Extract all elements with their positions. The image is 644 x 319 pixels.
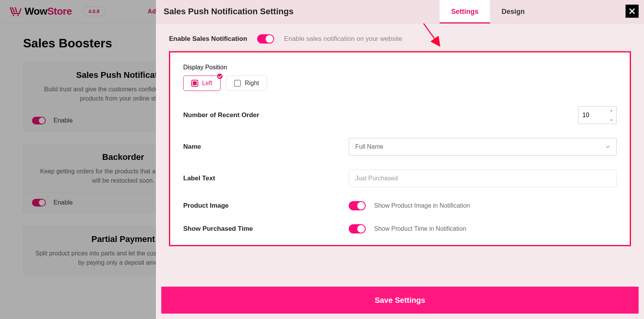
modal-header: Sales Push Notification Settings Setting…: [156, 0, 644, 24]
name-select[interactable]: Full Name: [349, 138, 617, 156]
product-image-label: Product Image: [183, 202, 349, 210]
save-settings-button[interactable]: Save Settings: [161, 287, 639, 314]
modal-title: Sales Push Notification Settings: [164, 7, 293, 17]
tab-design[interactable]: Design: [490, 0, 536, 23]
enable-row: Enable Sales Notification Enable sales n…: [169, 34, 631, 44]
product-image-toggle[interactable]: [349, 201, 366, 210]
display-position-label: Display Position: [183, 64, 617, 71]
recent-order-input-wrap: ▴ ▾: [578, 106, 617, 124]
close-icon: [628, 7, 636, 15]
position-right-option[interactable]: Right: [226, 76, 267, 91]
recent-order-label: Number of Recent Order: [183, 111, 349, 119]
enable-label: Enable Sales Notification: [169, 35, 247, 43]
radio-icon: [191, 80, 198, 87]
select-value: Full Name: [355, 143, 383, 150]
settings-modal: Sales Push Notification Settings Setting…: [156, 0, 644, 319]
enable-toggle[interactable]: [257, 34, 274, 44]
option-label: Left: [202, 80, 212, 87]
label-text-input[interactable]: [349, 170, 617, 187]
position-left-option[interactable]: Left: [183, 76, 221, 91]
stepper-up[interactable]: ▴: [609, 108, 614, 112]
enable-hint: Enable sales notification on your websit…: [284, 35, 402, 43]
tab-settings[interactable]: Settings: [440, 0, 490, 23]
option-label: Right: [245, 80, 259, 87]
product-image-hint: Show Product Image in Notification: [374, 202, 470, 209]
name-label: Name: [183, 143, 349, 151]
settings-form-highlight: Display Position Left Right Number of Re…: [169, 51, 631, 246]
check-icon: [217, 74, 222, 79]
recent-order-input[interactable]: [582, 112, 604, 119]
close-button[interactable]: [626, 5, 639, 18]
label-text-label: Label Text: [183, 175, 349, 182]
purchased-time-label: Show Purchased Time: [183, 225, 349, 233]
purchased-time-toggle[interactable]: [349, 224, 366, 233]
radio-icon: [234, 80, 241, 87]
chevron-down-icon: [605, 144, 611, 150]
stepper-down[interactable]: ▾: [609, 118, 614, 122]
purchased-time-hint: Show Product Time in Notification: [374, 225, 466, 232]
